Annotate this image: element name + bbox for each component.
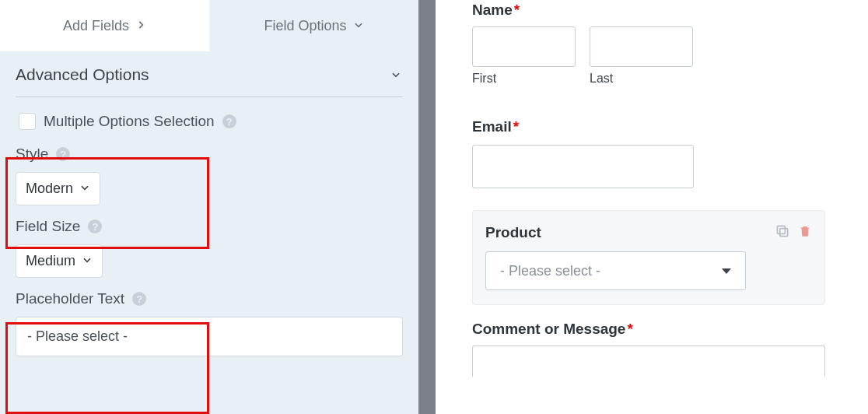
email-input[interactable]: [472, 145, 694, 188]
trash-icon[interactable]: [798, 223, 812, 242]
comment-label: Comment or Message: [472, 321, 625, 337]
style-value: Modern: [26, 181, 73, 197]
multiple-options-row: Multiple Options Selection ?: [0, 110, 418, 141]
panel-gutter: [418, 0, 436, 414]
multiple-options-label: Multiple Options Selection: [44, 113, 215, 130]
help-icon[interactable]: ?: [132, 292, 146, 306]
help-icon[interactable]: ?: [222, 114, 236, 128]
last-name-input[interactable]: [590, 26, 693, 67]
placeholder-text-group: Placeholder Text ?: [0, 286, 418, 364]
chevron-down-icon: [390, 65, 401, 84]
field-size-value: Medium: [26, 253, 75, 269]
comment-input[interactable]: [472, 346, 825, 377]
svg-rect-0: [780, 229, 788, 237]
divider: [16, 96, 403, 97]
field-size-group: Field Size ? Medium: [0, 213, 418, 286]
help-icon[interactable]: ?: [56, 147, 70, 161]
placeholder-text-input[interactable]: [16, 317, 403, 356]
duplicate-icon[interactable]: [775, 223, 790, 242]
tab-field-options[interactable]: Field Options: [209, 0, 418, 51]
form-preview-panel: Name* First Last Email* Product: [436, 0, 868, 414]
required-asterisk: *: [513, 118, 519, 135]
name-label: Name: [472, 2, 513, 18]
name-field-block: Name* First Last: [472, 2, 825, 86]
last-sublabel: Last: [590, 72, 693, 86]
product-select[interactable]: - Please select -: [485, 251, 746, 290]
tabs: Add Fields Field Options: [0, 0, 418, 51]
placeholder-text-label: Placeholder Text: [16, 290, 124, 307]
style-label: Style: [16, 146, 48, 163]
multiple-options-checkbox[interactable]: [19, 113, 36, 130]
field-size-select[interactable]: Medium: [16, 244, 103, 278]
email-field-block: Email*: [472, 118, 825, 188]
svg-rect-1: [777, 226, 785, 233]
tab-add-fields-label: Add Fields: [63, 18, 129, 34]
required-asterisk: *: [514, 2, 520, 18]
advanced-options-header[interactable]: Advanced Options: [0, 51, 418, 96]
style-select[interactable]: Modern: [16, 172, 100, 205]
help-icon[interactable]: ?: [88, 219, 102, 233]
email-label: Email: [472, 118, 512, 135]
product-placeholder: - Please select -: [500, 263, 600, 279]
product-field-block: Product - Please select -: [472, 210, 825, 305]
comment-field-block: Comment or Message*: [472, 321, 825, 377]
style-group: Style ? Modern: [0, 141, 418, 213]
tab-field-options-label: Field Options: [264, 18, 346, 34]
chevron-down-icon: [353, 18, 364, 34]
first-sublabel: First: [472, 72, 576, 86]
sidebar-panel: Add Fields Field Options Advanced Option…: [0, 0, 418, 414]
field-size-label: Field Size: [16, 218, 80, 235]
caret-down-icon: [722, 268, 731, 274]
first-name-input[interactable]: [472, 26, 576, 67]
chevron-down-icon: [82, 253, 93, 269]
chevron-down-icon: [79, 181, 90, 197]
tab-add-fields[interactable]: Add Fields: [0, 0, 209, 51]
chevron-right-icon: [135, 18, 146, 34]
product-label: Product: [485, 224, 541, 241]
section-title: Advanced Options: [16, 65, 149, 84]
required-asterisk: *: [627, 321, 632, 337]
